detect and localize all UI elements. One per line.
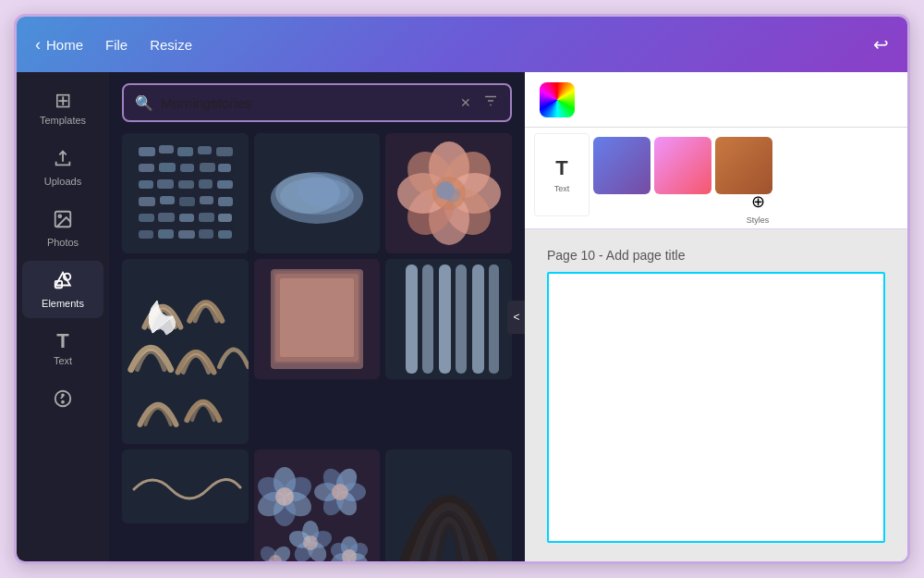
- element-cloud[interactable]: [254, 133, 381, 253]
- svg-point-7: [62, 401, 64, 403]
- page-canvas[interactable]: [547, 272, 885, 543]
- top-bar: ‹ Home File Resize ↩: [17, 17, 907, 72]
- svg-rect-65: [489, 264, 499, 374]
- text-tool-button[interactable]: T Text: [534, 133, 590, 216]
- element-squiggle[interactable]: [122, 449, 249, 523]
- svg-point-85: [303, 535, 318, 550]
- svg-rect-15: [216, 147, 233, 156]
- svg-rect-38: [178, 230, 195, 239]
- svg-rect-28: [179, 197, 195, 206]
- svg-rect-13: [177, 147, 193, 156]
- sidebar: ⊞ Templates Uploads: [17, 72, 109, 561]
- element-peach-flower[interactable]: [385, 133, 512, 253]
- svg-rect-26: [139, 197, 155, 206]
- sidebar-item-text[interactable]: T Text: [22, 322, 103, 375]
- element-stripes[interactable]: [385, 259, 512, 379]
- search-icon: 🔍: [135, 94, 153, 112]
- svg-point-79: [332, 484, 348, 500]
- svg-rect-16: [139, 164, 154, 172]
- text-label: Text: [54, 355, 72, 366]
- back-arrow-icon: ‹: [35, 35, 41, 55]
- templates-icon: ⊞: [55, 91, 71, 111]
- svg-rect-14: [198, 146, 212, 154]
- undo-button[interactable]: ↩: [873, 33, 889, 55]
- main-content: ⊞ Templates Uploads: [17, 72, 907, 561]
- sidebar-item-templates[interactable]: ⊞ Templates: [22, 81, 103, 135]
- elements-panel: 🔍 ✕: [109, 72, 525, 561]
- resize-label: Resize: [150, 37, 192, 53]
- svg-rect-25: [217, 180, 233, 189]
- svg-rect-60: [406, 264, 418, 374]
- search-input[interactable]: [161, 95, 453, 111]
- page-title-bar: Page 10 - Add page title: [547, 248, 885, 263]
- svg-rect-31: [139, 214, 154, 222]
- uploads-label: Uploads: [44, 176, 81, 187]
- file-label: File: [105, 37, 128, 53]
- element-rainbows[interactable]: [122, 259, 249, 444]
- svg-rect-18: [180, 164, 194, 172]
- svg-rect-36: [139, 230, 153, 239]
- text-icon: T: [56, 331, 68, 351]
- filter-icon[interactable]: [482, 92, 499, 113]
- svg-rect-17: [159, 163, 176, 172]
- sidebar-item-uploads[interactable]: Uploads: [22, 139, 103, 196]
- photos-label: Photos: [47, 237, 79, 248]
- svg-rect-40: [218, 230, 232, 239]
- gradient-thumb-1[interactable]: [593, 137, 650, 194]
- sidebar-item-more[interactable]: [22, 379, 103, 422]
- svg-rect-21: [139, 180, 153, 189]
- uploads-icon: [53, 148, 73, 172]
- elements-icon: [53, 270, 73, 294]
- photos-icon: [53, 209, 73, 233]
- svg-rect-11: [139, 147, 155, 156]
- svg-rect-34: [199, 213, 214, 222]
- gradient-thumb-2[interactable]: [654, 137, 711, 194]
- styles-tool-button[interactable]: ⊕ Styles: [730, 166, 785, 229]
- back-button[interactable]: ‹ Home: [35, 35, 83, 55]
- right-panel-mini: T Text ⊕ Styles: [525, 128, 907, 229]
- canvas-area: Page 10 - Add page title: [525, 229, 907, 561]
- sidebar-item-elements[interactable]: Elements: [22, 261, 103, 318]
- svg-rect-39: [199, 229, 213, 239]
- svg-rect-33: [179, 214, 194, 222]
- element-rainbow-arch[interactable]: [385, 449, 512, 561]
- color-picker-button[interactable]: [540, 82, 575, 117]
- svg-point-1: [58, 215, 61, 217]
- styles-label: Styles: [747, 215, 770, 225]
- text-tool-icon: T: [555, 156, 567, 180]
- svg-rect-29: [200, 196, 213, 204]
- sidebar-item-photos[interactable]: Photos: [22, 200, 103, 257]
- svg-rect-27: [160, 196, 175, 204]
- clear-search-button[interactable]: ✕: [460, 95, 471, 110]
- app-frame: ‹ Home File Resize ↩ ⊞ Templates: [14, 14, 910, 564]
- element-dots[interactable]: [122, 133, 249, 253]
- collapse-panel-button[interactable]: <: [507, 301, 525, 334]
- svg-point-55: [445, 188, 460, 203]
- svg-point-44: [280, 178, 354, 215]
- elements-label: Elements: [42, 298, 84, 309]
- svg-rect-23: [178, 180, 194, 189]
- svg-rect-62: [439, 264, 451, 374]
- svg-rect-35: [218, 214, 232, 222]
- collapse-icon: <: [513, 311, 519, 324]
- svg-rect-12: [159, 145, 174, 154]
- svg-rect-30: [218, 197, 233, 206]
- templates-label: Templates: [40, 115, 86, 126]
- right-area: T Text ⊕ Styles Page 10: [525, 72, 907, 561]
- styles-icon: ⊕: [751, 191, 765, 212]
- search-bar: 🔍 ✕: [122, 83, 512, 122]
- page-title: Page 10 - Add page title: [547, 248, 685, 263]
- svg-point-5: [55, 391, 71, 407]
- resize-button[interactable]: Resize: [150, 37, 192, 53]
- svg-rect-24: [199, 179, 213, 189]
- svg-rect-59: [280, 278, 354, 357]
- element-watercolor-rect[interactable]: [254, 259, 381, 379]
- right-toolbar: [525, 72, 907, 128]
- svg-rect-22: [157, 179, 174, 189]
- file-button[interactable]: File: [105, 37, 128, 53]
- svg-rect-63: [456, 264, 467, 374]
- element-blue-flowers[interactable]: [254, 449, 381, 561]
- home-label: Home: [46, 37, 83, 53]
- svg-rect-64: [472, 264, 484, 374]
- svg-rect-37: [158, 229, 174, 239]
